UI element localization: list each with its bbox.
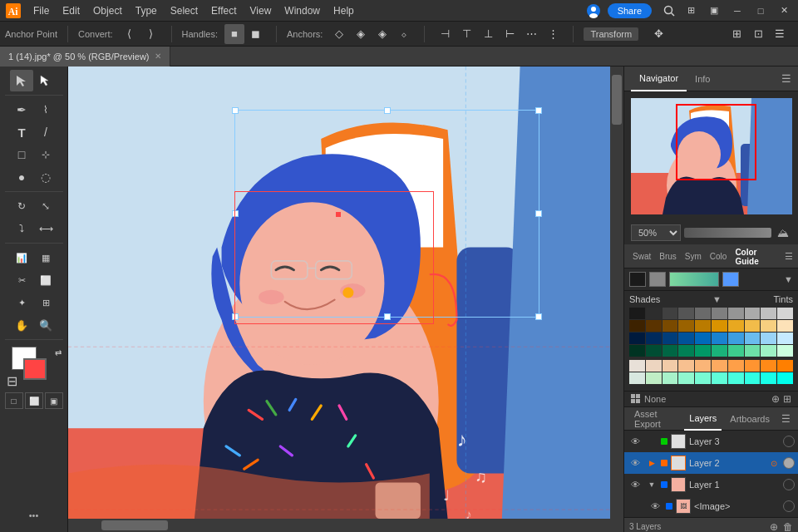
- tint-cell[interactable]: [678, 372, 694, 384]
- menu-view[interactable]: View: [244, 0, 278, 22]
- layers-menu[interactable]: ☰: [778, 411, 793, 426]
- tint-cell[interactable]: [745, 360, 761, 372]
- tint-cell[interactable]: [761, 372, 776, 384]
- color-panel-menu[interactable]: ☰: [785, 251, 793, 262]
- layer-visibility-3[interactable]: 👁: [628, 434, 643, 449]
- layout-icon-1[interactable]: ⊞: [727, 24, 746, 44]
- shade-cell[interactable]: [745, 332, 761, 344]
- shade-cell[interactable]: [712, 332, 727, 344]
- tab-navigator[interactable]: Navigator: [631, 66, 687, 91]
- overprint-view[interactable]: ▣: [45, 392, 63, 409]
- shade-cell[interactable]: [777, 345, 793, 357]
- shade-cell[interactable]: [777, 320, 793, 332]
- line-tool[interactable]: /: [34, 121, 57, 143]
- shade-cell[interactable]: [646, 332, 662, 344]
- hand-tool[interactable]: ✋: [10, 314, 33, 336]
- align-btn-1[interactable]: ⊣: [435, 24, 455, 44]
- grid-view-button[interactable]: ⊞: [680, 0, 702, 22]
- shade-cell[interactable]: [761, 332, 776, 344]
- shade-cell[interactable]: [629, 345, 645, 357]
- share-button[interactable]: Share: [608, 3, 652, 18]
- slice-tool[interactable]: ✂: [10, 269, 33, 291]
- type-tool[interactable]: T: [10, 121, 33, 143]
- shade-cell[interactable]: [646, 320, 662, 332]
- swatch-gradient[interactable]: [669, 272, 719, 287]
- anchor-btn-4[interactable]: ⬦: [394, 24, 414, 44]
- search-button[interactable]: [658, 0, 680, 22]
- rotate-tool[interactable]: ↻: [10, 195, 33, 217]
- layer-target-1[interactable]: [783, 479, 795, 490]
- shade-cell[interactable]: [761, 345, 776, 357]
- nav-panel-menu[interactable]: ☰: [781, 72, 791, 85]
- horizontal-scrollbar-thumb[interactable]: [101, 520, 168, 530]
- shade-cell[interactable]: [777, 308, 793, 319]
- panel-view-button[interactable]: ▣: [703, 0, 725, 22]
- layer-row-3[interactable]: 👁 Layer 3: [624, 431, 798, 452]
- outline-view[interactable]: ⬜: [25, 392, 43, 409]
- color-brushes-tab[interactable]: Brus: [656, 245, 680, 268]
- eraser-tool[interactable]: ◌: [34, 166, 57, 188]
- layer-target-3[interactable]: [783, 436, 795, 447]
- sublayer-row-image[interactable]: 👁 🖼 <Image>: [624, 495, 798, 517]
- tab-info[interactable]: Info: [687, 66, 718, 91]
- menu-window[interactable]: Window: [278, 0, 327, 22]
- shade-cell[interactable]: [629, 320, 645, 332]
- sublayer-target[interactable]: [783, 500, 795, 512]
- vertical-scrollbar-thumb[interactable]: [612, 75, 622, 125]
- swatch-gray[interactable]: [649, 272, 666, 287]
- color-symbols-tab[interactable]: Sym: [682, 245, 705, 268]
- shade-cell[interactable]: [712, 345, 727, 357]
- align-btn-6[interactable]: ⋮: [543, 24, 563, 44]
- shape-build-tool[interactable]: ⊹: [34, 144, 57, 165]
- color-reset[interactable]: ⊟: [7, 373, 17, 389]
- shade-cell[interactable]: [761, 308, 776, 319]
- layer-visibility-1[interactable]: 👁: [628, 477, 643, 492]
- transform-button[interactable]: Transform: [584, 27, 638, 41]
- shade-cell[interactable]: [678, 332, 694, 344]
- anchor-btn-2[interactable]: ◈: [351, 24, 371, 44]
- align-btn-2[interactable]: ⊤: [456, 24, 476, 44]
- shade-cell[interactable]: [646, 308, 662, 319]
- tint-cell[interactable]: [777, 360, 793, 372]
- layer-lock-2[interactable]: ⊙: [768, 459, 780, 468]
- layer-row-1[interactable]: 👁 ▼ Layer 1: [624, 474, 798, 495]
- layer-row-2[interactable]: 👁 ▶ Layer 2 ⊙: [624, 452, 798, 474]
- horizontal-scrollbar[interactable]: [68, 519, 610, 532]
- normal-view[interactable]: □: [5, 392, 23, 409]
- sublayer-vis[interactable]: 👁: [648, 499, 663, 514]
- handle-btn-2[interactable]: ◼: [246, 24, 266, 44]
- mesh-tool[interactable]: ⊞: [34, 292, 57, 313]
- convert-btn-2[interactable]: ⟩: [141, 24, 161, 44]
- close-doc-tab[interactable]: ✕: [155, 52, 161, 61]
- shade-cell[interactable]: [678, 345, 694, 357]
- convert-btn-1[interactable]: ⟨: [120, 24, 140, 44]
- tint-cell[interactable]: [678, 360, 694, 372]
- layer-expand-1[interactable]: ▼: [646, 479, 658, 490]
- align-btn-3[interactable]: ⊥: [478, 24, 498, 44]
- artboards-tab[interactable]: Artboards: [725, 407, 775, 431]
- shade-cell[interactable]: [745, 345, 761, 357]
- layers-tab[interactable]: Layers: [684, 407, 722, 431]
- layout-icon-2[interactable]: ⊡: [748, 24, 768, 44]
- menu-file[interactable]: File: [27, 0, 56, 22]
- curvature-tool[interactable]: ⌇: [34, 99, 57, 121]
- tint-cell[interactable]: [646, 360, 662, 372]
- menu-effect[interactable]: Effect: [204, 0, 243, 22]
- menu-icon[interactable]: ☰: [770, 24, 790, 44]
- column-tool[interactable]: ▦: [34, 247, 57, 268]
- add-icon[interactable]: ⊕: [771, 393, 780, 405]
- zoom-tool[interactable]: 🔍: [34, 314, 57, 336]
- slice-select-tool[interactable]: ⬜: [34, 269, 57, 291]
- shade-cell[interactable]: [678, 320, 694, 332]
- shade-cell[interactable]: [663, 345, 678, 357]
- swatch-blue[interactable]: [722, 272, 739, 287]
- swatch-expand[interactable]: ▼: [784, 274, 793, 284]
- layer-visibility-2[interactable]: 👁: [628, 456, 643, 470]
- zoom-slider[interactable]: [684, 228, 771, 238]
- menu-type[interactable]: Type: [129, 0, 164, 22]
- shade-cell[interactable]: [728, 320, 744, 332]
- pen-tool[interactable]: ✒: [10, 99, 33, 121]
- align-btn-4[interactable]: ⊢: [500, 24, 520, 44]
- document-tab[interactable]: 1 (14).jpg* @ 50 % (RGB/Preview) ✕: [0, 47, 170, 66]
- menu-select[interactable]: Select: [164, 0, 204, 22]
